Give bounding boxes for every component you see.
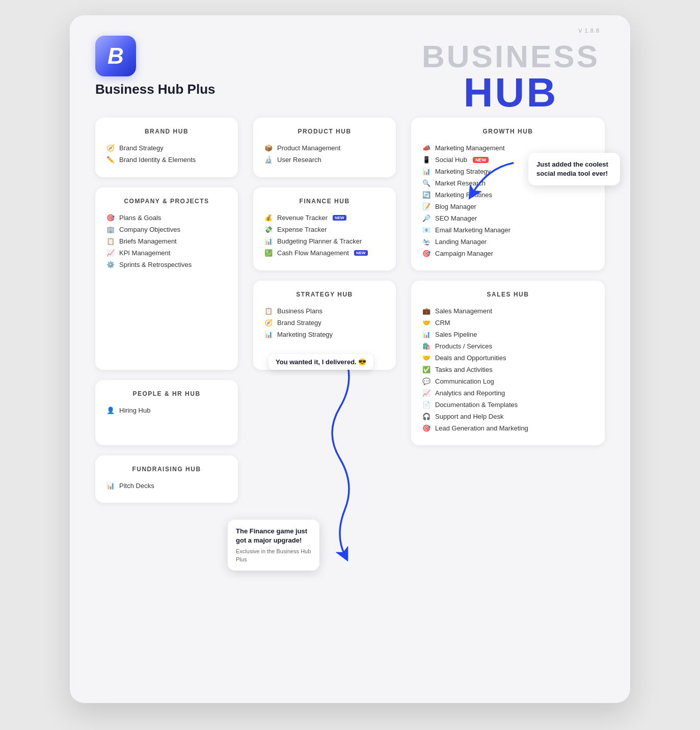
strategy-hub-title: STRATEGY HUB — [264, 291, 385, 298]
brand-identity-icon: ✏️ — [106, 156, 116, 164]
campaign-manager-icon: 🎯 — [422, 250, 432, 257]
company-hub-title: COMPANY & PROJECTS — [106, 198, 227, 205]
sales-hub-section: SALES HUB 💼 Sales Management 🤝 CRM 📊 Sal… — [411, 281, 605, 445]
marketing-mgmt-item[interactable]: 📣 Marketing Management — [422, 142, 594, 154]
strategy-brand-item[interactable]: 🧭 Brand Strategy — [264, 317, 385, 329]
crm-icon: 🤝 — [422, 319, 432, 327]
new-badge: NEW — [473, 157, 489, 163]
kpi-mgmt-icon: 📈 — [106, 249, 116, 257]
finance-callout-sub: Exclusive in the Business Hub Plus — [236, 548, 311, 563]
revenue-callout: You wanted it, I delivered. 😎 — [268, 354, 373, 370]
title-business: BUSINESS — [422, 41, 600, 72]
revenue-tracker-item[interactable]: 💰 Revenue Tracker NEW — [264, 212, 385, 224]
kpi-mgmt-item[interactable]: 📈 KPI Management — [106, 247, 227, 259]
title-block: BUSINESS HUB — [422, 41, 600, 113]
finance-hub-section: FINANCE HUB 💰 Revenue Tracker NEW 💸 Expe… — [253, 187, 396, 271]
market-research-icon: 🔍 — [422, 179, 432, 187]
seo-manager-icon: 🔎 — [422, 214, 432, 222]
product-hub-section: PRODUCT HUB 📦 Product Management 🔬 User … — [253, 118, 396, 177]
revenue-callout-text: You wanted it, I delivered. 😎 — [276, 358, 366, 366]
page-container: V 1.8.8 BUSINESS HUB B Business Hub Plus… — [70, 15, 630, 703]
comm-log-item[interactable]: 💬 Communication Log — [422, 375, 594, 387]
strategy-mkt-item[interactable]: 📊 Marketing Strategy — [264, 329, 385, 340]
user-research-icon: 🔬 — [264, 156, 274, 164]
app-logo: B — [95, 36, 136, 76]
fundraising-hub-section: FUNDRAISING HUB 📊 Pitch Decks — [95, 455, 238, 503]
products-services-item[interactable]: 🛍️ Products / Services — [422, 340, 594, 352]
hiring-hub-item[interactable]: 👤 Hiring Hub — [106, 404, 227, 416]
comm-log-icon: 💬 — [422, 377, 432, 385]
deals-item[interactable]: 🤝 Deals and Opportunities — [422, 352, 594, 364]
marketing-routines-icon: 🔄 — [422, 191, 432, 199]
products-services-icon: 🛍️ — [422, 342, 432, 350]
email-marketing-icon: 📧 — [422, 226, 432, 234]
cashflow-new-badge: NEW — [354, 250, 368, 256]
social-callout: Just added the coolest social media tool… — [528, 153, 620, 185]
business-plans-item[interactable]: 📋 Business Plans — [264, 305, 385, 317]
lead-gen-item[interactable]: 🎯 Lead Generation and Marketing — [422, 422, 594, 434]
brand-hub-section: BRAND HUB 🧭 Brand Strategy ✏️ Brand Iden… — [95, 118, 238, 177]
brand-strategy-item[interactable]: 🧭 Brand Strategy — [106, 142, 227, 154]
people-hub-title: PEOPLE & HR HUB — [106, 390, 227, 397]
company-obj-icon: 🏢 — [106, 226, 116, 233]
sales-pipeline-item[interactable]: 📊 Sales Pipeline — [422, 329, 594, 340]
user-research-item[interactable]: 🔬 User Research — [264, 154, 385, 166]
briefs-mgmt-icon: 📋 — [106, 237, 116, 245]
people-hub-section: PEOPLE & HR HUB 👤 Hiring Hub — [95, 380, 238, 446]
version-tag: V 1.8.8 — [578, 28, 600, 34]
briefs-mgmt-item[interactable]: 📋 Briefs Management — [106, 235, 227, 247]
sprints-icon: ⚙️ — [106, 261, 116, 268]
support-helpdesk-icon: 🎧 — [422, 413, 432, 420]
finance-callout-text: The Finance game just got a major upgrad… — [236, 527, 307, 544]
sales-mgmt-icon: 💼 — [422, 307, 432, 315]
finance-callout: The Finance game just got a major upgrad… — [228, 520, 319, 571]
deals-icon: 🤝 — [422, 354, 432, 362]
plans-goals-item[interactable]: 🎯 Plans & Goals — [106, 212, 227, 224]
crm-item[interactable]: 🤝 CRM — [422, 317, 594, 329]
app-name: Business Hub Plus — [95, 82, 216, 97]
strategy-brand-icon: 🧭 — [264, 319, 274, 327]
product-management-item[interactable]: 📦 Product Management — [264, 142, 385, 154]
sales-hub-title: SALES HUB — [422, 291, 594, 298]
brand-identity-item[interactable]: ✏️ Brand Identity & Elements — [106, 154, 227, 166]
fundraising-hub-title: FUNDRAISING HUB — [106, 466, 227, 473]
expense-tracker-icon: 💸 — [264, 226, 274, 233]
sprints-item[interactable]: ⚙️ Sprints & Retrospectives — [106, 259, 227, 271]
expense-tracker-item[interactable]: 💸 Expense Tracker — [264, 224, 385, 235]
growth-mkt-strategy-icon: 📊 — [422, 168, 432, 175]
pitch-decks-item[interactable]: 📊 Pitch Decks — [106, 480, 227, 492]
analytics-reporting-icon: 📈 — [422, 389, 432, 397]
budgeting-icon: 📊 — [264, 237, 274, 245]
blog-manager-icon: 📝 — [422, 203, 432, 210]
analytics-reporting-item[interactable]: 📈 Analytics and Reporting — [422, 387, 594, 399]
budgeting-item[interactable]: 📊 Budgeting Planner & Tracker — [264, 235, 385, 247]
app-logo-letter: B — [107, 43, 124, 69]
support-helpdesk-item[interactable]: 🎧 Support and Help Desk — [422, 411, 594, 422]
product-mgmt-icon: 📦 — [264, 144, 274, 152]
landing-manager-item[interactable]: 🛬 Landing Manager — [422, 236, 594, 248]
marketing-routines-item[interactable]: 🔄 Marketing Routines — [422, 189, 594, 201]
finance-hub-title: FINANCE HUB — [264, 198, 385, 205]
seo-manager-item[interactable]: 🔎 SEO Manager — [422, 212, 594, 224]
docs-templates-item[interactable]: 📄 Documentation & Templates — [422, 399, 594, 411]
business-plans-icon: 📋 — [264, 307, 274, 315]
campaign-manager-item[interactable]: 🎯 Campaign Manager — [422, 248, 594, 259]
tasks-activities-item[interactable]: ✅ Tasks and Activities — [422, 364, 594, 375]
landing-manager-icon: 🛬 — [422, 238, 432, 246]
revenue-new-badge: NEW — [333, 215, 346, 221]
growth-hub-title: GROWTH HUB — [422, 128, 594, 135]
hiring-hub-icon: 👤 — [106, 407, 116, 414]
sales-mgmt-item[interactable]: 💼 Sales Management — [422, 305, 594, 317]
company-objectives-item[interactable]: 🏢 Company Objectives — [106, 224, 227, 235]
brand-hub-title: BRAND HUB — [106, 128, 227, 135]
lead-gen-icon: 🎯 — [422, 424, 432, 432]
product-hub-title: PRODUCT HUB — [264, 128, 385, 135]
sales-pipeline-icon: 📊 — [422, 331, 432, 338]
marketing-mgmt-icon: 📣 — [422, 144, 432, 152]
email-marketing-item[interactable]: 📧 Email Marketing Manager — [422, 224, 594, 236]
cashflow-item[interactable]: 💹 Cash Flow Management NEW — [264, 247, 385, 259]
strategy-mkt-icon: 📊 — [264, 331, 274, 338]
cashflow-icon: 💹 — [264, 249, 274, 257]
docs-templates-icon: 📄 — [422, 401, 432, 409]
blog-manager-item[interactable]: 📝 Blog Manager — [422, 201, 594, 212]
